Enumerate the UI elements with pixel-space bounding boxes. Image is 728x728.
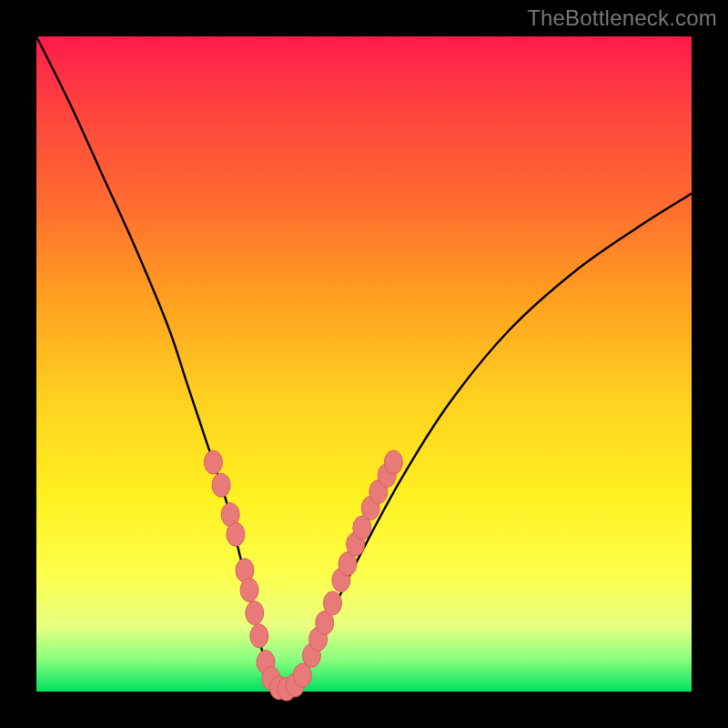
bottleneck-curve	[36, 36, 692, 693]
curve-bead	[240, 578, 258, 602]
curve-bead	[204, 450, 222, 474]
curve-bead	[227, 522, 245, 546]
chart-svg	[36, 36, 692, 692]
curve-bead	[246, 602, 264, 625]
curve-bead	[212, 473, 230, 497]
watermark-text: TheBottleneck.com	[527, 5, 717, 31]
curve-bead	[323, 592, 341, 615]
curve-bead	[250, 624, 268, 648]
curve-bead	[384, 450, 402, 474]
curve-beads	[204, 450, 402, 701]
chart-plot-area	[36, 36, 692, 692]
